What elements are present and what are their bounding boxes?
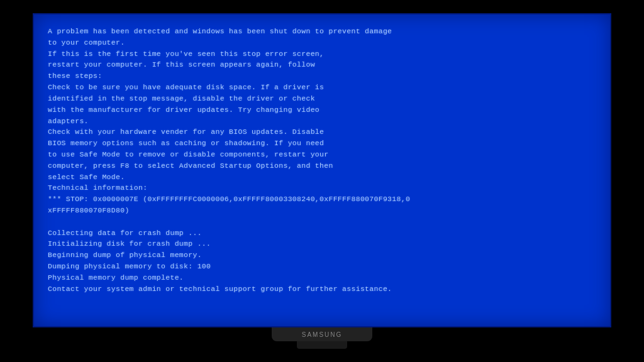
monitor-stand (297, 341, 347, 349)
bsod-text: A problem has been detected and windows … (48, 26, 596, 295)
bsod-line2: If this is the first time you've seen th… (48, 50, 324, 80)
monitor-brand-label: SAMSUNG (302, 331, 343, 338)
bsod-line1: A problem has been detected and windows … (48, 27, 392, 47)
bsod-line6: *** STOP: 0x0000007E (0xFFFFFFFFC0000006… (48, 195, 410, 214)
bsod-line7: Collecting data for crash dump ... Initi… (48, 229, 392, 293)
monitor-base: SAMSUNG (272, 327, 372, 341)
bsod-line5: Technical information: (48, 184, 147, 192)
bsod-line3: Check to be sure you have adequate disk … (48, 83, 324, 124)
monitor: A problem has been detected and windows … (0, 0, 644, 362)
bsod-screen: A problem has been detected and windows … (33, 13, 611, 327)
bsod-line4: Check with your hardware vender for any … (48, 128, 333, 180)
